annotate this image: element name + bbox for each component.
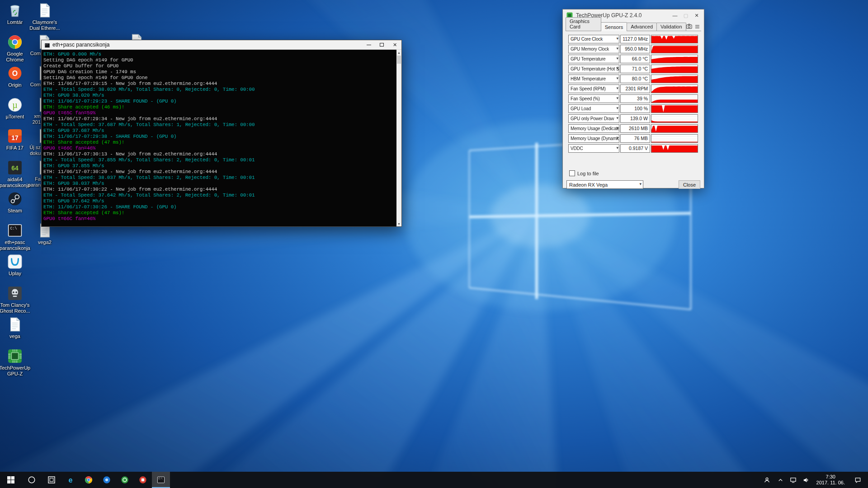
minimize-button[interactable] bbox=[362, 40, 375, 49]
sensor-value: 1127.0 MHz bbox=[620, 35, 650, 43]
console-line: GPU0 DAG creation time - 1749 ms bbox=[43, 69, 396, 75]
taskbar-app-green-app[interactable] bbox=[116, 472, 134, 488]
sensor-name-dropdown[interactable]: GPU Load▾ bbox=[568, 104, 619, 113]
maximize-button: ▢ bbox=[680, 11, 691, 20]
sensor-history-graph bbox=[651, 45, 698, 53]
sensor-name-dropdown[interactable]: Memory Usage (Dynamic)▾ bbox=[568, 134, 619, 143]
sensor-history-graph bbox=[651, 55, 698, 63]
sensor-name-dropdown[interactable]: GPU Memory Clock▾ bbox=[568, 45, 619, 53]
close-button[interactable]: ✕ bbox=[388, 40, 401, 49]
scrollbar-thumb[interactable] bbox=[397, 56, 401, 64]
console-line: ETH - Total Speed: 37.642 Mh/s, Total Sh… bbox=[43, 192, 396, 198]
sensor-row: Memory Usage (Dedicated)▾2610 MB bbox=[568, 123, 700, 133]
sensor-name-dropdown[interactable]: Fan Speed (%)▾ bbox=[568, 94, 619, 103]
console-line: ETH: 11/06/17-07:29:15 - New job from eu… bbox=[43, 81, 396, 87]
log-to-file-checkbox[interactable] bbox=[569, 170, 575, 176]
sensor-history-graph bbox=[651, 114, 698, 123]
people-button[interactable] bbox=[761, 477, 774, 483]
close-icon[interactable]: ✕ bbox=[691, 11, 702, 20]
taskbar-app-command-prompt[interactable]: C:\ bbox=[152, 472, 170, 488]
sensor-row: GPU Core Clock▾1127.0 MHz bbox=[568, 34, 700, 44]
desktop-icon-label: Claymore's Dual Ethere... bbox=[28, 19, 61, 31]
console-line: ETH - Total Speed: 38.020 Mh/s, Total Sh… bbox=[43, 87, 396, 93]
console-line: GPU0 t=65C fan=59% bbox=[43, 110, 396, 116]
sensor-name-dropdown[interactable]: GPU only Power Draw▾ bbox=[568, 114, 619, 123]
sensor-row: GPU Load▾100 % bbox=[568, 103, 700, 113]
console-line: ETH: Share accepted (47 ms)! bbox=[43, 210, 396, 216]
sensor-name-dropdown[interactable]: GPU Temperature▾ bbox=[568, 55, 619, 63]
console-titlebar[interactable]: C:\ eth+pasc parancsikonja ✕ bbox=[42, 40, 401, 50]
svg-text:C:\: C:\ bbox=[45, 43, 48, 45]
console-line: ETH: GPU0 38.020 Mh/s bbox=[43, 93, 396, 99]
red-app-icon bbox=[139, 476, 147, 484]
console-line: ETH - Total Speed: 37.687 Mh/s, Total Sh… bbox=[43, 122, 396, 128]
task-view-button[interactable] bbox=[42, 472, 61, 488]
action-center-icon bbox=[854, 477, 861, 483]
tab-graphics-card[interactable]: Graphics Card bbox=[566, 17, 601, 31]
tray-overflow-button[interactable] bbox=[775, 477, 786, 483]
action-center-button[interactable] bbox=[850, 477, 865, 483]
log-to-file-option[interactable]: Log to file bbox=[569, 170, 599, 176]
clock[interactable]: 7:30 2017. 11. 06. bbox=[813, 474, 848, 486]
sensor-name-dropdown[interactable]: HBM Temperature▾ bbox=[568, 75, 619, 83]
sensor-name-dropdown[interactable]: Memory Usage (Dedicated)▾ bbox=[568, 124, 619, 133]
search-icon bbox=[28, 476, 36, 484]
chevron-down-icon: ▾ bbox=[616, 96, 618, 100]
console-line: ETH: GPU0 37.855 Mh/s bbox=[43, 163, 396, 169]
chevron-down-icon: ▾ bbox=[616, 126, 618, 130]
desktop-icon-label: Fa paran bbox=[18, 176, 41, 188]
sensor-name-dropdown[interactable]: Fan Speed (RPM)▾ bbox=[568, 84, 619, 93]
device-dropdown[interactable]: Radeon RX Vega ▾ bbox=[566, 180, 643, 189]
chevron-down-icon: ▾ bbox=[639, 182, 642, 186]
console-line: ETH: 11/06/17-07:29:34 - New job from eu… bbox=[43, 116, 396, 122]
taskbar-app-edge[interactable]: e bbox=[61, 472, 80, 488]
scroll-up-icon[interactable]: ▲ bbox=[396, 50, 401, 55]
sensor-name: GPU only Power Draw bbox=[571, 116, 614, 121]
taskbar-app-chrome[interactable] bbox=[80, 472, 98, 488]
sensor-row: HBM Temperature▾80.0 °C bbox=[568, 74, 700, 84]
console-line: Setting DAG epoch #149 for GPU0 bbox=[43, 57, 396, 63]
windows-logo-icon bbox=[7, 476, 15, 484]
console-scrollbar[interactable]: ▲ ▼ bbox=[396, 50, 401, 226]
desktop-icon-label: Új sz doku bbox=[18, 145, 41, 156]
start-button[interactable] bbox=[0, 472, 22, 488]
camera-icon[interactable] bbox=[686, 23, 693, 30]
command-prompt-icon: C:\ bbox=[157, 476, 165, 484]
cortana-search-button[interactable] bbox=[22, 472, 42, 488]
sensor-name-dropdown[interactable]: GPU Temperature (Hot Spot)▾ bbox=[568, 65, 619, 73]
blue-app-icon bbox=[103, 476, 111, 484]
network-button[interactable] bbox=[788, 477, 799, 483]
volume-button[interactable] bbox=[801, 477, 811, 483]
sensor-history-graph bbox=[651, 65, 698, 73]
hamburger-menu-icon[interactable] bbox=[694, 23, 700, 30]
sensor-name: Fan Speed (%) bbox=[571, 96, 600, 101]
chevron-down-icon: ▾ bbox=[616, 36, 618, 41]
tab-sensors[interactable]: Sensors bbox=[601, 22, 627, 31]
svg-text:e: e bbox=[68, 476, 72, 484]
taskbar-app-blue-app[interactable] bbox=[98, 472, 116, 488]
console-line: GPU0 t=66C fan=46% bbox=[43, 145, 396, 151]
sensor-name-dropdown[interactable]: VDDC▾ bbox=[568, 144, 619, 153]
taskbar-app-red-app[interactable] bbox=[134, 472, 152, 488]
desktop-icon-label: vega2 bbox=[28, 239, 61, 245]
console-output: ETH: GPU0 0.000 Mh/sSetting DAG epoch #1… bbox=[42, 50, 396, 226]
sensor-row: Fan Speed (RPM)▾2301 RPM bbox=[568, 84, 700, 94]
sensor-name-dropdown[interactable]: GPU Core Clock▾ bbox=[568, 35, 619, 43]
console-line: ETH: GPU0 37.642 Mh/s bbox=[43, 198, 396, 204]
sensor-name: Memory Usage (Dedicated) bbox=[571, 126, 619, 131]
sensor-history-graph bbox=[651, 35, 698, 43]
console-line: Create GPU buffer for GPU0 bbox=[43, 63, 396, 69]
desktop-icon-claymore[interactable]: Claymore's Dual Ethere... bbox=[28, 3, 61, 31]
close-button[interactable]: Close bbox=[679, 180, 700, 189]
minimize-button[interactable]: — bbox=[670, 11, 680, 20]
tab-validation[interactable]: Validation bbox=[656, 23, 686, 31]
tab-advanced[interactable]: Advanced bbox=[627, 23, 657, 31]
maximize-button[interactable] bbox=[375, 40, 388, 49]
console-line: Setting DAG epoch #149 for GPU0 done bbox=[43, 75, 396, 81]
chevron-down-icon: ▾ bbox=[616, 86, 618, 90]
chevron-up-icon bbox=[777, 477, 784, 483]
green-app-icon bbox=[121, 476, 129, 484]
sensor-value: 950.0 MHz bbox=[620, 45, 650, 53]
scroll-down-icon[interactable]: ▼ bbox=[396, 221, 401, 226]
edge-icon: e bbox=[66, 476, 75, 484]
